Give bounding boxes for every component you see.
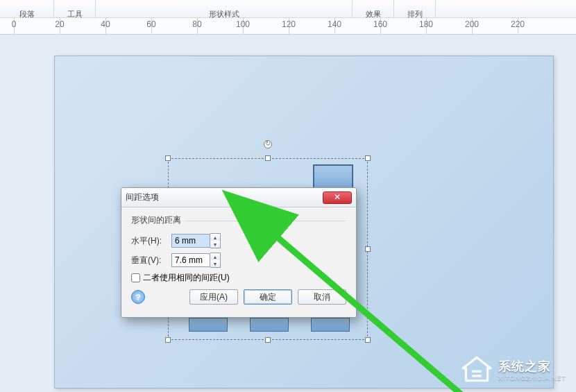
- apply-button[interactable]: 应用(A): [189, 289, 238, 305]
- watermark-logo-icon: [461, 356, 493, 384]
- ribbon-group-effects[interactable]: 效果: [353, 0, 394, 17]
- same-spacing-checkbox[interactable]: [131, 273, 140, 282]
- shape[interactable]: [250, 318, 289, 332]
- rotate-handle-icon[interactable]: [264, 140, 272, 148]
- same-spacing-label: 二者使用相同的间距(U): [143, 272, 230, 284]
- spacing-options-dialog: 间距选项 ✕ 形状间的距离 水平(H): ▲ ▼ 垂直(V):: [121, 187, 357, 318]
- horizontal-label: 水平(H):: [131, 235, 171, 247]
- spin-up-icon[interactable]: ▲: [210, 234, 220, 241]
- dialog-title: 间距选项: [126, 191, 323, 203]
- dialog-titlebar[interactable]: 间距选项 ✕: [121, 188, 356, 207]
- spin-down-icon[interactable]: ▼: [210, 260, 220, 267]
- watermark: 系统之家 XITONGZHIJIA.NET: [461, 356, 566, 384]
- resize-handle[interactable]: [165, 337, 171, 343]
- resize-handle[interactable]: [365, 246, 371, 252]
- vertical-label: 垂直(V):: [131, 255, 171, 266]
- spin-up-icon[interactable]: ▲: [210, 253, 220, 260]
- spin-down-icon[interactable]: ▼: [210, 241, 220, 248]
- close-icon: ✕: [334, 192, 341, 202]
- ribbon-group-arrange[interactable]: 排列: [394, 0, 436, 17]
- ribbon-group-shapestyle[interactable]: 形状样式: [96, 0, 353, 17]
- close-button[interactable]: ✕: [323, 191, 352, 204]
- resize-handle[interactable]: [165, 155, 171, 161]
- resize-handle[interactable]: [265, 337, 271, 343]
- ribbon-group-paragraph[interactable]: 段落: [0, 0, 54, 17]
- help-icon: ?: [135, 293, 140, 302]
- ribbon: 段落 工具 形状样式 效果 排列: [0, 0, 576, 18]
- resize-handle[interactable]: [365, 155, 371, 161]
- ribbon-group-tools[interactable]: 工具: [54, 0, 96, 17]
- horizontal-input[interactable]: [171, 234, 210, 248]
- resize-handle[interactable]: [365, 337, 371, 343]
- group-label: 形状间的距离: [131, 214, 346, 226]
- vertical-spinner[interactable]: ▲ ▼: [171, 253, 221, 268]
- shape[interactable]: [311, 318, 350, 332]
- watermark-title: 系统之家: [498, 358, 566, 375]
- cancel-button[interactable]: 取消: [298, 289, 346, 305]
- watermark-url: XITONGZHIJIA.NET: [498, 375, 566, 382]
- vertical-input[interactable]: [171, 253, 210, 267]
- horizontal-ruler: 020406080100120140160180200220: [0, 18, 576, 35]
- ok-button[interactable]: 确定: [244, 289, 292, 305]
- help-button[interactable]: ?: [131, 290, 145, 304]
- resize-handle[interactable]: [265, 155, 271, 161]
- shape[interactable]: [189, 318, 228, 332]
- canvas-area[interactable]: 间距选项 ✕ 形状间的距离 水平(H): ▲ ▼ 垂直(V):: [0, 35, 576, 392]
- horizontal-spinner[interactable]: ▲ ▼: [171, 233, 221, 248]
